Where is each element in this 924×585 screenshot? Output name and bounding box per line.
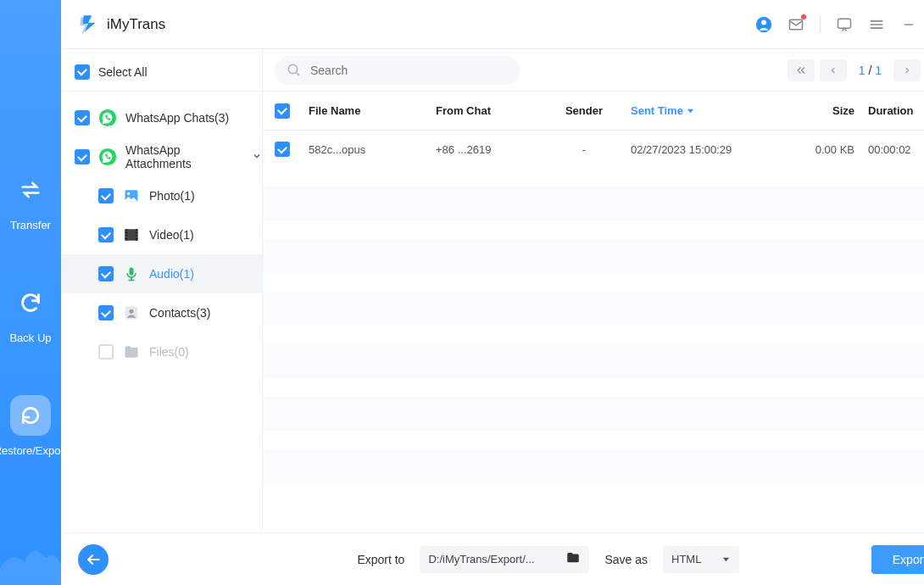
table-row-empty: [263, 292, 924, 326]
nav-transfer[interactable]: Transfer: [0, 170, 61, 231]
tree-select-all[interactable]: Select All: [61, 53, 262, 92]
tree-item-audio[interactable]: Audio(1): [61, 254, 262, 293]
table-row-empty: [263, 449, 924, 483]
tree-item-label: Contacts(3): [149, 306, 210, 320]
tree-item-label: Audio(1): [149, 267, 194, 281]
left-nav: Transfer Back Up Restore/Export: [0, 0, 61, 585]
save-as-label: Save as: [604, 553, 648, 566]
svg-point-22: [136, 237, 137, 237]
svg-point-28: [288, 64, 298, 74]
tree-item-contacts[interactable]: Contacts(3): [61, 293, 262, 332]
save-as-select[interactable]: HTML: [663, 546, 739, 573]
toolbar: 1 / 1: [263, 49, 924, 92]
tree-item-label: Photo(1): [149, 189, 195, 203]
cell-from-chat: +86 ...2619: [436, 143, 537, 156]
cell-size: 0.00 KB: [783, 143, 868, 156]
feedback-icon[interactable]: [836, 16, 853, 33]
chevron-down-icon[interactable]: [252, 150, 262, 164]
nav-backup[interactable]: Back Up: [0, 282, 61, 344]
folder-icon[interactable]: [565, 550, 581, 568]
col-file-name[interactable]: File Name: [309, 104, 436, 117]
export-path: D:/iMyTrans/Export/...: [428, 553, 534, 566]
svg-rect-23: [130, 268, 134, 276]
checkbox-icon[interactable]: [98, 188, 114, 203]
tree-select-all-label: Select All: [98, 65, 148, 79]
content: Select All WhatsApp Chats(3) WhatsApp At…: [61, 49, 924, 532]
video-icon: [122, 226, 141, 244]
mail-icon[interactable]: [788, 16, 804, 33]
tree-item-label: Video(1): [149, 228, 194, 242]
audio-icon: [122, 265, 141, 283]
tree-item-label: Files(0): [149, 345, 189, 359]
whatsapp-icon: [98, 109, 117, 127]
transfer-icon: [10, 170, 51, 210]
app-name: iMyTrans: [107, 16, 165, 33]
files-icon: [122, 343, 141, 361]
table-row-empty: [263, 344, 924, 378]
svg-point-19: [125, 237, 126, 237]
search-input[interactable]: [310, 64, 509, 77]
col-sent-time[interactable]: Sent Time: [631, 104, 783, 117]
search-icon: [287, 63, 302, 78]
svg-rect-3: [838, 19, 851, 28]
tree-item-video[interactable]: Video(1): [61, 215, 262, 254]
svg-point-20: [136, 231, 137, 231]
account-icon[interactable]: [755, 16, 772, 33]
pager-first[interactable]: [788, 59, 815, 81]
search-box[interactable]: [275, 56, 520, 85]
checkbox-icon[interactable]: [75, 64, 90, 80]
pager-next[interactable]: [893, 59, 921, 81]
checkbox-icon[interactable]: [275, 103, 290, 119]
whatsapp-icon: [98, 148, 117, 166]
sort-desc-icon: [686, 106, 695, 115]
col-from-chat[interactable]: From Chat: [436, 104, 537, 117]
menu-icon[interactable]: [868, 16, 885, 33]
table-header: File Name From Chat Sender Sent Time Siz…: [263, 92, 924, 131]
svg-point-13: [127, 192, 130, 195]
checkbox-icon[interactable]: [75, 110, 90, 125]
checkbox-icon[interactable]: [98, 227, 114, 242]
app-logo-block: iMyTrans: [76, 14, 165, 36]
nav-restore-label: Restore/Export: [0, 444, 67, 457]
export-to-label: Export to: [357, 553, 404, 566]
table-row[interactable]: 582c...opus +86 ...2619 - 02/27/2023 15:…: [263, 131, 924, 168]
cell-sender: -: [537, 143, 631, 156]
checkbox-icon[interactable]: [98, 305, 114, 320]
pager-total: 1: [875, 64, 882, 77]
svg-point-18: [125, 234, 126, 235]
checkbox-icon[interactable]: [275, 142, 290, 157]
export-button[interactable]: Export: [871, 545, 924, 574]
table-row-empty: [263, 187, 924, 220]
cloud-decoration: [0, 534, 61, 585]
svg-point-17: [125, 231, 126, 231]
save-as-value: HTML: [671, 553, 701, 566]
pager-current: 1: [859, 64, 866, 77]
svg-line-29: [296, 72, 299, 75]
tree-item-files[interactable]: Files(0): [61, 332, 262, 371]
svg-point-1: [761, 20, 766, 25]
checkbox-icon[interactable]: [98, 266, 114, 281]
tree-item-label: WhatsApp Attachments: [125, 143, 240, 170]
titlebar-actions: [755, 16, 924, 33]
nav-restore[interactable]: Restore/Export: [0, 395, 61, 457]
col-size[interactable]: Size: [783, 104, 868, 117]
app-logo-icon: [76, 14, 98, 36]
checkbox-icon[interactable]: [98, 344, 114, 359]
titlebar: iMyTrans: [61, 0, 924, 49]
minimize-icon[interactable]: [900, 16, 917, 33]
pager-prev[interactable]: [820, 59, 847, 81]
tree-item-attachments[interactable]: WhatsApp Attachments: [61, 137, 262, 176]
pager: 1 / 1: [788, 59, 924, 81]
tree-item-chats[interactable]: WhatsApp Chats(3): [61, 98, 262, 137]
col-sender[interactable]: Sender: [537, 104, 631, 117]
tree-item-photo[interactable]: Photo(1): [61, 176, 262, 215]
export-path-box[interactable]: D:/iMyTrans/Export/...: [420, 546, 589, 573]
footer: Export to D:/iMyTrans/Export/... Save as…: [61, 532, 924, 585]
table-row-empty: [263, 239, 924, 273]
pager-text: 1 / 1: [852, 64, 888, 77]
back-button[interactable]: [78, 544, 109, 575]
checkbox-icon[interactable]: [75, 149, 90, 164]
col-duration[interactable]: Duration: [868, 104, 924, 117]
svg-point-21: [136, 234, 137, 235]
cell-duration: 00:00:02: [868, 143, 924, 156]
